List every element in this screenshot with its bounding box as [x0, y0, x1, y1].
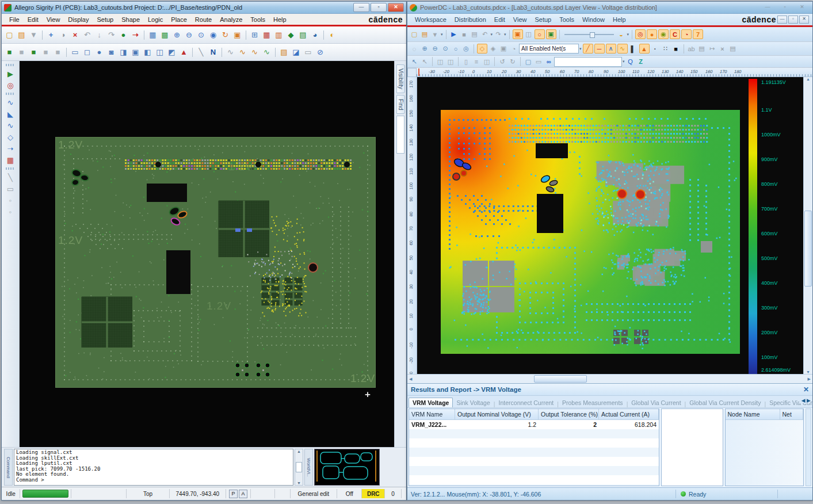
world-view[interactable]	[314, 449, 380, 486]
done-icon[interactable]: ●	[118, 30, 129, 40]
ratsnest-net-icon[interactable]: ∿	[237, 47, 248, 58]
pin-group-icon[interactable]: ∷	[661, 44, 670, 53]
status-icon[interactable]: ▤	[297, 30, 308, 40]
allegro-menu-display[interactable]: Display	[64, 16, 93, 23]
node-name-table[interactable]: Node NameNet	[725, 408, 804, 486]
via-place-icon[interactable]: ▲	[639, 44, 650, 54]
draw-arc-icon[interactable]: ∿	[617, 44, 628, 54]
select-net-icon[interactable]: ↖	[420, 58, 429, 66]
a-button[interactable]: A	[239, 490, 247, 498]
open-folder-icon[interactable]: ▤	[16, 30, 27, 40]
shape-subtract-icon[interactable]: ◧	[142, 47, 153, 58]
zoom-out-icon[interactable]: ⊖	[430, 44, 440, 53]
allegro-menu-place[interactable]: Place	[167, 16, 191, 23]
find-field[interactable]	[396, 116, 404, 154]
powerdc-menu-workspace[interactable]: Workspace	[411, 16, 451, 23]
module-icon[interactable]: ▤	[278, 47, 289, 58]
pair-horizontal-icon[interactable]: ◫	[436, 58, 445, 66]
powerdc-menu-distribution[interactable]: Distribution	[451, 16, 490, 23]
redo-icon[interactable]: ↷	[494, 30, 503, 39]
visibility-off-icon[interactable]: ■	[16, 47, 27, 58]
layer-off2-icon[interactable]: ■	[52, 47, 63, 58]
console-scrollbar[interactable]: ▲ ▼	[295, 449, 303, 486]
shape-square-icon[interactable]: ◻	[82, 47, 93, 58]
target-icon[interactable]: ◎	[4, 79, 17, 91]
cutout-region-icon[interactable]: ◇	[477, 44, 487, 54]
delete-icon[interactable]: ×	[70, 30, 81, 40]
status-mode[interactable]: General edit	[291, 489, 338, 498]
grid-icon[interactable]: ⊞	[249, 30, 260, 40]
zoom-points-icon[interactable]: ▦	[147, 30, 158, 40]
net-filter-select[interactable]: All Enabled Net(s	[519, 44, 579, 54]
close-panel-icon[interactable]: ✕	[803, 385, 809, 394]
dim-rect-icon[interactable]: ▭	[4, 183, 17, 194]
color-dialog-icon[interactable]: ▦	[261, 30, 272, 40]
plane-display-icon[interactable]: ▣	[546, 29, 556, 39]
scroll-thumb[interactable]	[296, 462, 302, 472]
allegro-menu-help[interactable]: Help	[269, 16, 291, 23]
new-file-icon[interactable]: ▢	[410, 30, 419, 39]
density-distribution-icon[interactable]: ◉	[658, 29, 669, 39]
info-icon[interactable]: ◐	[327, 30, 338, 40]
matrix-icon[interactable]: ▦	[4, 154, 17, 166]
column-header[interactable]: Output Tolerance (%)	[539, 409, 599, 419]
line-icon[interactable]: ╲	[196, 47, 207, 58]
zoom-in-icon[interactable]: ⊕	[420, 44, 429, 53]
mdi-minimize-button[interactable]: —	[777, 16, 787, 24]
results-tab-interconnect-current[interactable]: Interconnect Current	[495, 398, 558, 407]
zoom-selection-icon[interactable]: ⊙	[196, 30, 207, 40]
save-icon[interactable]: ▼	[430, 30, 440, 39]
allegro-menu-logic[interactable]: Logic	[144, 16, 167, 23]
command-console[interactable]: Loading signal.cxtLoading skillExt.cxtLo…	[14, 449, 293, 486]
circle-region-icon[interactable]: ◈	[488, 44, 498, 53]
highlight-icon[interactable]: Z	[636, 58, 646, 66]
visibility-on-icon[interactable]: ■	[4, 47, 15, 58]
toolbar-drag-handle[interactable]	[6, 64, 15, 66]
shape-rect-icon[interactable]: ▭	[70, 47, 81, 58]
new-file-icon[interactable]: ▢	[4, 30, 15, 40]
run-simulation-icon[interactable]: ▶	[449, 30, 459, 39]
shape-merge-icon[interactable]: ▣	[130, 47, 141, 58]
pan-icon[interactable]: ◌	[410, 44, 419, 53]
p-button[interactable]: P	[229, 490, 238, 498]
rect-region-icon[interactable]: ▣	[499, 44, 508, 53]
paste-special-icon[interactable]: ▤	[728, 44, 738, 53]
zoom-fit-icon[interactable]: ○	[451, 44, 460, 53]
pair-vertical-icon[interactable]: ◫	[446, 58, 455, 66]
pin-icon[interactable]: ➝	[130, 30, 141, 40]
move-node-icon[interactable]: ↦	[708, 44, 717, 53]
scroll-up-icon[interactable]: ▲	[297, 449, 301, 453]
empty-list-box[interactable]	[661, 408, 723, 486]
zoom-slider[interactable]	[564, 32, 614, 37]
toolbar-drag-handle[interactable]	[6, 167, 15, 170]
zoom-level-icon[interactable]: ◒	[617, 30, 626, 39]
current-distribution-icon[interactable]: ●	[647, 29, 657, 39]
scroll-thumb[interactable]	[804, 211, 812, 287]
shape-select-icon[interactable]: ◩	[166, 47, 177, 58]
shape-void-icon[interactable]: ◙	[106, 47, 117, 58]
stack-icon[interactable]: ▲	[178, 47, 189, 58]
zoom-out-icon[interactable]: ⊖	[184, 30, 194, 40]
down-icon[interactable]: ↓	[94, 30, 105, 40]
align-bottom-icon[interactable]: ◫	[482, 58, 491, 66]
dim-dot-icon[interactable]: ◦	[4, 194, 17, 206]
powerdc-menu-view[interactable]: View	[509, 16, 531, 23]
status-layer[interactable]: Top	[127, 489, 169, 498]
power-pin-icon[interactable]: ◔	[681, 29, 692, 39]
zoom-previous-icon[interactable]: ◉	[208, 30, 219, 40]
shapes-icon[interactable]: ◆	[285, 30, 296, 40]
tab-visibility[interactable]: Visibility	[396, 64, 405, 93]
black-box-icon[interactable]: ■	[671, 44, 681, 53]
scroll-down-icon[interactable]: ▼	[297, 481, 301, 485]
clock-icon[interactable]: ◕	[310, 30, 320, 40]
redraw-icon[interactable]: ↻	[220, 30, 231, 40]
allegro-menu-view[interactable]: View	[43, 16, 64, 23]
command-panel-tab[interactable]: Command	[4, 449, 13, 486]
edit-trace-icon[interactable]: ╱	[583, 44, 593, 54]
results-tab-sink-voltage[interactable]: Sink Voltage	[453, 398, 493, 407]
ratsnest-comp-icon[interactable]: ∿	[249, 47, 260, 58]
tab-find[interactable]: Find	[396, 95, 405, 114]
scroll-down-icon[interactable]: ▼	[806, 370, 810, 374]
mdi-close-button[interactable]: ✕	[799, 16, 809, 24]
search-magnifier-icon[interactable]: Q	[626, 58, 635, 66]
